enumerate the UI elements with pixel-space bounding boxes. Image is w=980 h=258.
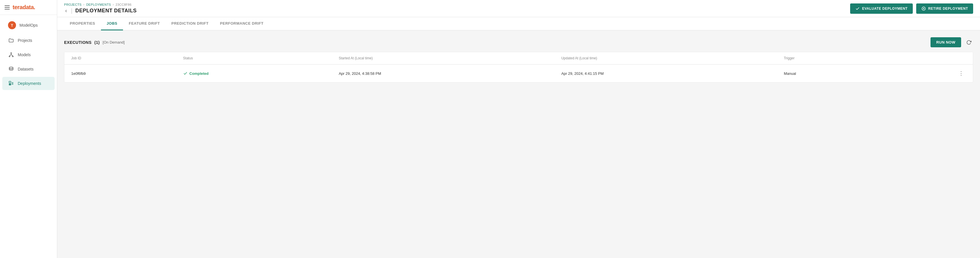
sidebar-nav: T ModelOps Projects Models bbox=[0, 15, 57, 258]
breadcrumb-current: 23CC8F86 bbox=[116, 3, 132, 6]
executions-actions: RUN NOW bbox=[931, 37, 973, 47]
back-button[interactable]: ‹ bbox=[64, 7, 68, 14]
executions-table: Job ID Status Started At (Local time) Up… bbox=[64, 52, 973, 82]
col-updated-at: Updated At (Local time) bbox=[554, 52, 777, 64]
refresh-button[interactable] bbox=[964, 38, 973, 47]
executions-label: EXECUTIONS bbox=[64, 40, 92, 45]
retire-deployment-button[interactable]: RETIRE DEPLOYMENT bbox=[916, 3, 973, 14]
check-icon bbox=[183, 71, 188, 76]
table-row: 1e0f6fb9 Completed Apr 29, 2024, 4:38:58… bbox=[64, 64, 973, 83]
logo: teradata. bbox=[13, 4, 35, 11]
cell-updated-at: Apr 29, 2024, 4:41:15 PM bbox=[554, 64, 777, 83]
page-title-row: ‹ | DEPLOYMENT DETAILS bbox=[64, 7, 137, 14]
breadcrumb: PROJECTS › DEPLOYMENTS › 23CC8F86 bbox=[64, 3, 137, 6]
cell-actions: ⋮ bbox=[880, 64, 973, 83]
sidebar: teradata. T ModelOps Projects bbox=[0, 0, 57, 258]
hamburger-icon[interactable] bbox=[5, 5, 10, 10]
modelops-icon: T bbox=[8, 21, 16, 29]
tab-prediction-drift[interactable]: PREDICTION DRIFT bbox=[165, 17, 214, 30]
topbar-actions: EVALUATE DEPLOYMENT RETIRE DEPLOYMENT bbox=[850, 3, 973, 14]
sidebar-item-deployments[interactable]: Deployments bbox=[2, 77, 55, 90]
breadcrumb-deployments[interactable]: DEPLOYMENTS bbox=[86, 3, 111, 6]
breadcrumb-sep-1: › bbox=[83, 3, 84, 6]
breadcrumb-sep-2: › bbox=[113, 3, 114, 6]
col-started-at: Started At (Local time) bbox=[332, 52, 554, 64]
sidebar-item-projects[interactable]: Projects bbox=[2, 34, 55, 47]
sidebar-label-modelops: ModelOps bbox=[19, 23, 38, 27]
sidebar-item-datasets[interactable]: Datasets bbox=[2, 62, 55, 76]
sidebar-item-modelops[interactable]: T ModelOps bbox=[2, 18, 55, 33]
col-status: Status bbox=[176, 52, 332, 64]
table-body: 1e0f6fb9 Completed Apr 29, 2024, 4:38:58… bbox=[64, 64, 973, 83]
main-content: PROJECTS › DEPLOYMENTS › 23CC8F86 ‹ | DE… bbox=[57, 0, 980, 258]
topbar-left: PROJECTS › DEPLOYMENTS › 23CC8F86 ‹ | DE… bbox=[64, 3, 137, 14]
title-divider: | bbox=[71, 8, 72, 14]
executions-tag: [On Demand] bbox=[103, 40, 125, 45]
executions-table-container: Job ID Status Started At (Local time) Up… bbox=[64, 52, 973, 83]
refresh-icon bbox=[966, 40, 971, 45]
page-title: DEPLOYMENT DETAILS bbox=[75, 8, 137, 14]
col-job-id: Job ID bbox=[64, 52, 176, 64]
sidebar-label-models: Models bbox=[18, 53, 30, 57]
svg-rect-6 bbox=[9, 85, 11, 85]
table-header-row: Job ID Status Started At (Local time) Up… bbox=[64, 52, 973, 64]
deployments-icon bbox=[8, 80, 14, 87]
col-trigger: Trigger bbox=[777, 52, 880, 64]
topbar: PROJECTS › DEPLOYMENTS › 23CC8F86 ‹ | DE… bbox=[57, 0, 980, 17]
cell-job-id: 1e0f6fb9 bbox=[64, 64, 176, 83]
retire-icon bbox=[921, 6, 926, 11]
tab-performance-drift[interactable]: PERFORMANCE DRIFT bbox=[214, 17, 269, 30]
svg-point-2 bbox=[12, 56, 13, 57]
datasets-icon bbox=[8, 66, 14, 72]
cell-started-at: Apr 29, 2024, 4:38:58 PM bbox=[332, 64, 554, 83]
tabs-bar: PROPERTIES JOBS FEATURE DRIFT PREDICTION… bbox=[57, 17, 980, 30]
svg-rect-5 bbox=[9, 84, 11, 84]
executions-header: EXECUTIONS (1) [On Demand] RUN NOW bbox=[64, 37, 973, 47]
col-actions bbox=[880, 52, 973, 64]
svg-point-3 bbox=[9, 67, 13, 69]
evaluate-icon bbox=[855, 6, 860, 11]
models-icon bbox=[8, 51, 14, 58]
sidebar-header: teradata. bbox=[0, 0, 57, 15]
svg-point-0 bbox=[11, 53, 11, 54]
sidebar-label-deployments: Deployments bbox=[18, 81, 41, 86]
sidebar-item-models[interactable]: Models bbox=[2, 48, 55, 61]
cell-status: Completed bbox=[176, 64, 332, 83]
status-completed: Completed bbox=[183, 71, 325, 76]
retire-label: RETIRE DEPLOYMENT bbox=[928, 6, 968, 11]
tab-properties[interactable]: PROPERTIES bbox=[64, 17, 101, 30]
status-label: Completed bbox=[189, 71, 208, 76]
tab-jobs[interactable]: JOBS bbox=[101, 17, 123, 30]
breadcrumb-projects[interactable]: PROJECTS bbox=[64, 3, 81, 6]
sidebar-label-datasets: Datasets bbox=[18, 67, 33, 71]
executions-title: EXECUTIONS (1) [On Demand] bbox=[64, 40, 125, 45]
table-header: Job ID Status Started At (Local time) Up… bbox=[64, 52, 973, 64]
content-area: EXECUTIONS (1) [On Demand] RUN NOW Job bbox=[57, 30, 980, 258]
cell-trigger: Manual bbox=[777, 64, 880, 83]
folder-icon bbox=[8, 37, 14, 43]
evaluate-label: EVALUATE DEPLOYMENT bbox=[862, 6, 908, 11]
tab-feature-drift[interactable]: FEATURE DRIFT bbox=[123, 17, 165, 30]
sidebar-label-projects: Projects bbox=[18, 38, 32, 43]
row-more-button[interactable]: ⋮ bbox=[956, 69, 966, 78]
svg-rect-4 bbox=[9, 82, 11, 83]
svg-point-1 bbox=[9, 56, 10, 57]
run-now-button[interactable]: RUN NOW bbox=[931, 37, 961, 47]
evaluate-deployment-button[interactable]: EVALUATE DEPLOYMENT bbox=[850, 3, 913, 14]
executions-count: (1) bbox=[94, 40, 100, 45]
